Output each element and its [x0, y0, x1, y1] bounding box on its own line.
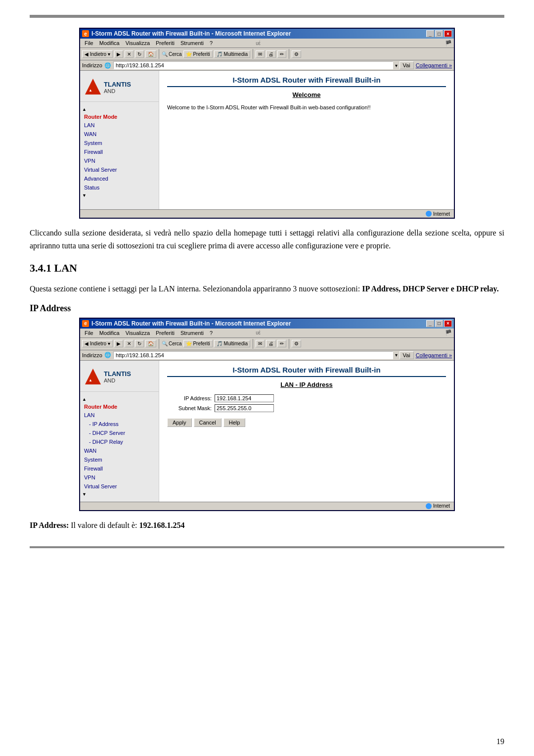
sep-4	[159, 339, 159, 349]
nav-wan-2[interactable]: WAN	[80, 446, 159, 455]
close-btn-2[interactable]: ×	[444, 320, 452, 327]
internet-label-2: Internet	[433, 503, 450, 509]
subnet-mask-input[interactable]	[215, 404, 274, 412]
body-text-1: Cliccando sulla sezione desiderata, si v…	[30, 227, 504, 252]
addressbar-input-1[interactable]: http://192.168.1.254	[113, 61, 393, 69]
maximize-btn-1[interactable]: □	[435, 30, 443, 37]
addressbar-label-2: Indirizzo	[82, 352, 102, 358]
menu-strumenti-1[interactable]: Strumenti	[178, 40, 206, 47]
links-label-2[interactable]: Collegamenti »	[416, 352, 452, 358]
maximize-btn-2[interactable]: □	[435, 320, 443, 327]
nav-lan-2[interactable]: LAN	[80, 411, 159, 420]
menu-preferiti-1[interactable]: Preferiti	[153, 40, 177, 47]
minimize-btn-2[interactable]: _	[426, 320, 434, 327]
refresh-btn-2[interactable]: ↻	[135, 340, 144, 347]
nav-router-mode-1[interactable]: Router Mode	[80, 113, 159, 121]
addressbar-input-2[interactable]: http://192.168.1.254	[113, 351, 393, 359]
ie-titlebar-buttons-2[interactable]: _ □ ×	[426, 320, 452, 327]
ie-welcome-title-1: Welcome	[167, 91, 446, 98]
sep-5	[253, 339, 253, 349]
menu-preferiti-2[interactable]: Preferiti	[153, 330, 177, 336]
cancel-button[interactable]: Cancel	[194, 418, 222, 427]
nav-firewall-1[interactable]: Firewall	[80, 147, 159, 156]
close-btn-1[interactable]: ×	[444, 30, 452, 37]
menu-strumenti-2[interactable]: Strumenti	[178, 330, 206, 336]
dropdown-arrow-2[interactable]: ▾	[395, 352, 398, 358]
intro-text-341: Questa sezione contiene i settaggi per l…	[30, 284, 360, 293]
logo-icon-area-2: ▲	[84, 368, 102, 386]
scroll-up-2[interactable]: ▲	[82, 397, 87, 402]
nav-system-1[interactable]: System	[80, 139, 159, 147]
favorites-btn-2[interactable]: ⭐ Preferiti	[183, 340, 213, 347]
ie-statusbar-2: Internet	[80, 502, 454, 510]
stop-btn-2[interactable]: ✕	[125, 340, 134, 347]
home-btn-1[interactable]: 🏠	[145, 50, 156, 58]
settings-btn-2[interactable]: ⚙	[292, 340, 301, 347]
nav-router-mode-2[interactable]: Router Mode	[80, 403, 159, 411]
ie-title-2: I-Storm ADSL Router with Firewall Built-…	[91, 320, 291, 327]
ip-address-input[interactable]	[215, 394, 274, 402]
search-area-1: 🔍 Cerca	[162, 51, 182, 57]
ie-icon-2: e	[82, 320, 89, 327]
nav-wan-1[interactable]: WAN	[80, 130, 159, 139]
print-btn-1[interactable]: 🖨	[266, 50, 276, 58]
addressbar-icon-1: 🌐	[104, 62, 111, 69]
menu-file-2[interactable]: File	[82, 330, 96, 336]
apply-button[interactable]: Apply	[167, 418, 192, 427]
sidebar-scroll-down-1: ▼	[80, 192, 159, 199]
ie-sidebar-1: ▲ TLANTIS AND ▲ Router Mode LAN WAN Syst…	[80, 71, 159, 209]
nav-firewall-2[interactable]: Firewall	[80, 464, 159, 473]
forward-btn-1[interactable]: ▶	[114, 50, 123, 58]
scroll-up-1[interactable]: ▲	[82, 107, 87, 112]
nav-virtual-server-2[interactable]: Virtual Server	[80, 482, 159, 491]
nav-advanced-1[interactable]: Advanced	[80, 174, 159, 183]
forward-btn-2[interactable]: ▶	[114, 340, 123, 347]
media-btn-2[interactable]: 🎵 Multimedia	[214, 340, 250, 347]
refresh-btn-1[interactable]: ↻	[135, 50, 144, 58]
ie-titlebar-buttons-1[interactable]: _ □ ×	[426, 30, 452, 37]
edit-btn-1[interactable]: ✏	[277, 50, 286, 58]
nav-vpn-1[interactable]: VPN	[80, 156, 159, 165]
home-btn-2[interactable]: 🏠	[145, 340, 156, 347]
nav-virtual-server-1[interactable]: Virtual Server	[80, 165, 159, 174]
nav-lan-1[interactable]: LAN	[80, 121, 159, 130]
nav-vpn-2[interactable]: VPN	[80, 473, 159, 482]
page-wrapper: e I-Storm ADSL Router with Firewall Buil…	[0, 0, 534, 756]
media-btn-1[interactable]: 🎵 Multimedia	[214, 50, 250, 58]
menu-help-2[interactable]: ?	[207, 330, 215, 336]
menu-file-1[interactable]: File	[82, 40, 96, 47]
nav-dhcp-relay-2[interactable]: - DHCP Relay	[80, 437, 159, 446]
print-btn-2[interactable]: 🖨	[266, 340, 276, 347]
nav-dhcp-server-2[interactable]: - DHCP Server	[80, 428, 159, 437]
menu-help-1[interactable]: ?	[207, 40, 215, 47]
globe-icon-1	[426, 211, 432, 217]
links-label-1[interactable]: Collegamenti »	[416, 62, 452, 68]
menu-modifica-2[interactable]: Modifica	[97, 330, 122, 336]
menu-visualizza-1[interactable]: Visualizza	[123, 40, 152, 47]
nav-ip-address-2[interactable]: - IP Address	[80, 420, 159, 428]
settings-btn-1[interactable]: ⚙	[292, 50, 301, 58]
help-button[interactable]: Help	[223, 418, 246, 427]
go-btn-1[interactable]: Vai	[400, 61, 414, 69]
back-btn-2[interactable]: ◀ Indietro ▾	[82, 340, 113, 347]
minimize-btn-1[interactable]: _	[426, 30, 434, 37]
scroll-down-2[interactable]: ▼	[82, 492, 87, 497]
menu-modifica-1[interactable]: Modifica	[97, 40, 122, 47]
go-btn-2[interactable]: Vai	[400, 351, 414, 359]
mail-btn-2[interactable]: ✉	[256, 340, 265, 347]
edit-btn-2[interactable]: ✏	[277, 340, 286, 347]
back-btn-1[interactable]: ◀ Indietro ▾	[82, 50, 113, 58]
ie-content-1: ▲ TLANTIS AND ▲ Router Mode LAN WAN Syst…	[80, 71, 454, 209]
ie-titlebar-left-2: e I-Storm ADSL Router with Firewall Buil…	[82, 320, 291, 327]
mail-btn-1[interactable]: ✉	[256, 50, 265, 58]
logo-text-area-1: TLANTIS AND	[104, 81, 131, 94]
favorites-btn-1[interactable]: ⭐ Preferiti	[183, 50, 213, 58]
dropdown-arrow-1[interactable]: ▾	[395, 63, 398, 68]
nav-system-2[interactable]: System	[80, 455, 159, 464]
menu-visualizza-2[interactable]: Visualizza	[123, 330, 152, 336]
nav-status-1[interactable]: Status	[80, 183, 159, 192]
svg-text:▲: ▲	[89, 88, 92, 93]
stop-btn-1[interactable]: ✕	[125, 50, 134, 58]
sidebar-scroll-down-2: ▼	[80, 491, 159, 498]
scroll-down-1[interactable]: ▼	[82, 193, 87, 198]
